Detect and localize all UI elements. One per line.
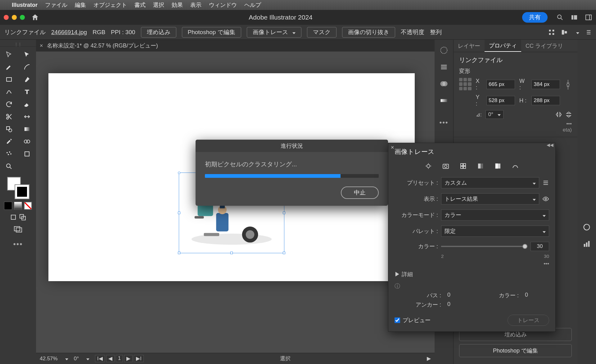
curvature-tool[interactable] — [18, 61, 36, 73]
tab-cc-libraries[interactable]: CC ライブラリ — [521, 40, 567, 52]
menu-window[interactable]: ウィンドウ — [209, 1, 237, 9]
embed-button[interactable]: 埋め込み — [141, 27, 176, 38]
eyedropper-tool[interactable] — [0, 135, 18, 148]
artboard-tool[interactable] — [18, 148, 36, 160]
trace-button[interactable]: トレース — [508, 315, 549, 326]
flip-horizontal-icon[interactable] — [556, 111, 562, 118]
selection-tool[interactable] — [0, 48, 18, 61]
color-panel-icon[interactable] — [440, 46, 448, 55]
home-icon[interactable] — [31, 13, 39, 21]
blend-tool[interactable] — [18, 135, 36, 148]
scissors-tool[interactable] — [0, 110, 18, 123]
menu-effect[interactable]: 効果 — [172, 1, 183, 9]
more-panels-icon[interactable]: ••• — [439, 119, 448, 127]
colormode-select[interactable]: カラー — [441, 209, 549, 221]
colors-value[interactable]: 30 — [531, 242, 549, 251]
y-input[interactable] — [486, 96, 515, 105]
menu-file[interactable]: ファイル — [45, 1, 67, 9]
next-artboard-icon[interactable]: ▶ — [124, 355, 133, 362]
artboard-index[interactable]: 1 — [116, 355, 123, 362]
swatches-panel-icon[interactable] — [582, 223, 591, 231]
status-caret-icon[interactable]: ▶ — [427, 355, 431, 362]
align-label[interactable]: 整列 — [430, 28, 442, 36]
reference-point-widget[interactable] — [459, 78, 472, 90]
height-input[interactable] — [531, 96, 560, 105]
close-panel-icon[interactable]: × — [391, 144, 394, 151]
menu-object[interactable]: オブジェクト — [93, 1, 127, 9]
qa-edit-photoshop-button[interactable]: Photoshop で編集 — [459, 344, 572, 357]
shaper-tool[interactable] — [0, 86, 18, 98]
image-trace-dropdown[interactable]: 画像トレース — [247, 27, 301, 38]
close-window-icon[interactable] — [4, 15, 9, 20]
menu-select[interactable]: 選択 — [153, 1, 164, 9]
document-tab[interactable]: 名称未設定-1* @ 42.57 % (RGB/プレビュー) — [47, 42, 158, 49]
symbol-sprayer-tool[interactable] — [0, 148, 18, 160]
align-panel-icon[interactable] — [561, 29, 569, 36]
eye-icon[interactable] — [542, 195, 549, 202]
width-tool[interactable] — [18, 110, 36, 123]
direct-selection-tool[interactable] — [18, 48, 36, 61]
flip-vertical-icon[interactable] — [566, 111, 572, 118]
zoom-tool[interactable] — [0, 160, 18, 173]
stroke-swatch[interactable] — [15, 185, 29, 199]
more-options-icon[interactable]: ••• — [459, 121, 572, 127]
view-select[interactable]: トレース結果 — [441, 193, 539, 204]
gradient-tool[interactable] — [18, 123, 36, 135]
list-icon[interactable] — [585, 29, 592, 36]
constrain-proportions-icon[interactable] — [564, 78, 572, 92]
share-button[interactable]: 共有 — [522, 12, 548, 23]
preset-outline-icon[interactable] — [511, 162, 520, 170]
preset-menu-icon[interactable] — [542, 179, 549, 186]
preset-lowcolor-icon[interactable] — [459, 162, 467, 170]
mask-button[interactable]: マスク — [307, 27, 336, 38]
zoom-level[interactable]: 42.57% — [40, 356, 58, 362]
color-none-icon[interactable] — [24, 202, 32, 210]
drawing-mode-behind-icon[interactable] — [19, 213, 26, 221]
screen-mode-icon[interactable] — [14, 225, 22, 233]
graph-panel-icon[interactable] — [582, 240, 591, 248]
workspace-icon[interactable] — [585, 14, 592, 21]
pen-tool[interactable] — [0, 61, 18, 73]
tab-properties[interactable]: プロパティ — [485, 40, 521, 52]
app-name[interactable]: Illustrator — [12, 2, 38, 8]
chevron-down-icon[interactable] — [63, 356, 68, 362]
tab-layers[interactable]: レイヤー — [454, 40, 485, 52]
first-artboard-icon[interactable]: I◀ — [95, 355, 105, 362]
collapse-panel-icon[interactable]: ◀◀ — [547, 142, 553, 147]
minimize-window-icon[interactable] — [12, 15, 17, 20]
fill-stroke-swatch[interactable] — [7, 177, 29, 199]
color-gradient-icon[interactable] — [14, 202, 22, 210]
preset-auto-icon[interactable] — [424, 162, 433, 170]
transform-panel-icon[interactable] — [548, 29, 555, 36]
preview-checkbox[interactable]: プレビュー — [395, 317, 431, 324]
palette-select[interactable]: 限定 — [441, 226, 549, 237]
advanced-toggle[interactable]: ▶ 詳細 — [388, 268, 555, 281]
cancel-button[interactable]: 中止 — [341, 186, 379, 199]
gradient-panel-icon[interactable] — [440, 96, 448, 105]
crop-image-button[interactable]: 画像の切り抜き — [342, 27, 395, 38]
preset-photo-icon[interactable] — [441, 162, 450, 170]
menu-help[interactable]: ヘルプ — [244, 1, 261, 9]
preset-grayscale-icon[interactable] — [476, 162, 485, 170]
eraser-tool[interactable] — [18, 98, 36, 110]
stroke-panel-icon[interactable] — [440, 63, 448, 71]
paintbrush-tool[interactable] — [18, 73, 36, 86]
preset-select[interactable]: カスタム — [441, 177, 539, 188]
preset-bw-icon[interactable] — [494, 162, 502, 170]
rotation-input[interactable]: 0° — [485, 110, 503, 119]
linked-filename[interactable]: 24666914.jpg — [51, 29, 87, 36]
menu-edit[interactable]: 編集 — [75, 1, 86, 9]
arrange-icon[interactable] — [571, 14, 578, 21]
transparency-panel-icon[interactable] — [440, 79, 448, 88]
close-tab-icon[interactable]: × — [40, 43, 43, 49]
colors-slider[interactable] — [441, 246, 527, 247]
drawing-mode-normal-icon[interactable] — [10, 213, 17, 221]
last-artboard-icon[interactable]: ▶I — [134, 355, 144, 362]
chevron-down-icon[interactable] — [84, 356, 89, 362]
edit-photoshop-button[interactable]: Photoshop で編集 — [182, 27, 241, 38]
rotation-angle[interactable]: 0° — [74, 356, 79, 362]
zoom-window-icon[interactable] — [20, 15, 25, 20]
shape-builder-tool[interactable] — [0, 123, 18, 135]
color-solid-icon[interactable] — [4, 202, 12, 210]
rectangle-tool[interactable] — [0, 73, 18, 86]
